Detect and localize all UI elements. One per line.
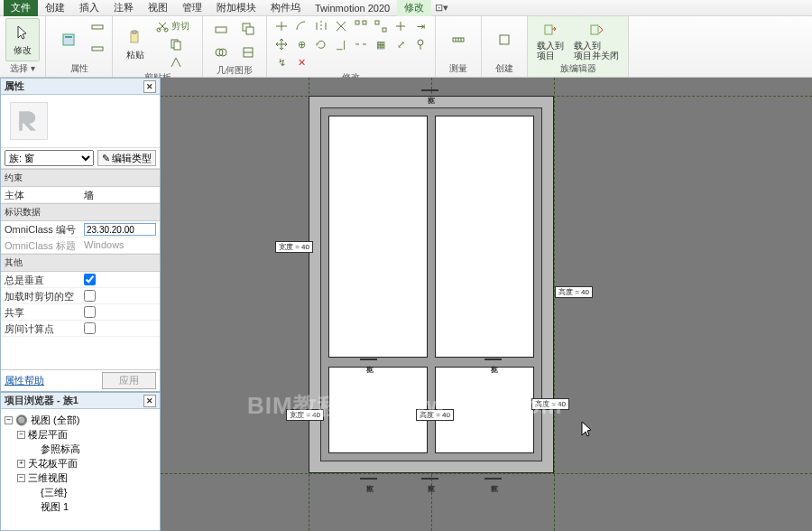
collapse-icon[interactable]: −	[5, 416, 13, 424]
window-pane-top-right[interactable]	[435, 116, 534, 358]
rotate-button[interactable]	[312, 36, 330, 52]
svg-rect-21	[363, 21, 366, 24]
ribbon-expand-icon[interactable]: ⊡▾	[435, 2, 448, 14]
load-into-project-button[interactable]: 载入到 项目	[533, 18, 567, 61]
modify-tool-button[interactable]: 修改	[5, 18, 40, 61]
grid-a-button[interactable]	[352, 18, 370, 34]
delete-button[interactable]: ✕	[292, 54, 310, 70]
properties-help-link[interactable]: 属性帮助	[5, 374, 44, 387]
svg-rect-22	[375, 21, 379, 24]
menu-manage[interactable]: 管理	[175, 0, 209, 16]
properties-header[interactable]: 属性✕	[1, 79, 160, 95]
menu-view[interactable]: 视图	[141, 0, 175, 16]
omni-num-input[interactable]	[84, 223, 156, 236]
omni-num-val[interactable]	[80, 221, 160, 237]
dimension-label[interactable]: 框宽	[421, 478, 438, 480]
array-button[interactable]: ▦	[372, 36, 390, 52]
edit-type-button[interactable]: ✎编辑类型	[97, 150, 156, 166]
svg-rect-5	[133, 31, 136, 33]
menu-file[interactable]: 文件	[4, 0, 38, 16]
section-other[interactable]: 其他	[1, 254, 160, 272]
trim-button[interactable]	[392, 18, 410, 34]
split-button[interactable]	[352, 36, 370, 52]
share-val[interactable]	[80, 304, 160, 320]
host-val[interactable]: 墙	[80, 187, 160, 202]
tree-3d-views[interactable]: −三维视图	[5, 470, 156, 485]
extend-button[interactable]: ⇥	[411, 18, 429, 34]
svg-rect-12	[246, 27, 254, 34]
type-selector[interactable]: 族: 窗	[5, 150, 94, 166]
mirror-pick-button[interactable]	[332, 18, 350, 34]
always-vert-checkbox[interactable]	[84, 274, 96, 285]
tree-3d-default[interactable]: {三维}	[5, 485, 156, 499]
browser-close-icon[interactable]: ✕	[143, 395, 156, 407]
tree-view1-label: 视图 1	[41, 500, 69, 514]
load-into-project-close-button[interactable]: 载入到 项目并关闭	[570, 18, 623, 61]
cut-label: 剪切	[171, 20, 189, 33]
properties-button[interactable]	[51, 18, 86, 61]
move-button[interactable]	[272, 36, 291, 52]
grid-b-button[interactable]	[372, 18, 390, 34]
dimension-label[interactable]: 框宽	[360, 478, 377, 480]
menu-twinmotion[interactable]: Twinmotion 2020	[308, 1, 397, 15]
dimension-label[interactable]: 宽度 = 40	[275, 241, 313, 253]
menu-create[interactable]: 创建	[38, 0, 72, 16]
trim-corner-button[interactable]: ⎯|	[332, 36, 350, 52]
svg-rect-9	[174, 42, 180, 50]
share-checkbox[interactable]	[84, 306, 96, 318]
dimension-label[interactable]: 框宽	[484, 359, 502, 360]
menu-modify[interactable]: 修改	[397, 0, 431, 16]
align-button[interactable]	[272, 18, 291, 34]
always-vert-val[interactable]	[80, 272, 160, 287]
mirror-axis-button[interactable]	[312, 18, 330, 34]
match-button[interactable]	[155, 54, 197, 70]
room-calc-val[interactable]	[80, 321, 160, 336]
expand-icon[interactable]: +	[17, 460, 25, 468]
browser-header[interactable]: 项目浏览器 - 族1✕	[1, 393, 160, 409]
tree-view1[interactable]: 视图 1	[5, 499, 156, 514]
menu-addins[interactable]: 附加模块	[209, 0, 263, 16]
properties-close-icon[interactable]: ✕	[143, 80, 156, 93]
drawing-canvas[interactable]: 宽度 = 40 高度 = 40 宽度 = 40 高度 = 40 高度 = 40 …	[161, 78, 812, 531]
room-calc-checkbox[interactable]	[84, 322, 96, 334]
browser-tree[interactable]: −🔘视图 (全部) −楼层平面 参照标高 +天花板平面 −三维视图 {三维} 视…	[1, 409, 160, 530]
dimension-label[interactable]: 框宽	[484, 478, 502, 480]
split-face-button[interactable]	[235, 42, 261, 63]
measure-button[interactable]	[441, 18, 475, 61]
menu-insert[interactable]: 插入	[72, 0, 106, 16]
tree-floor-plans[interactable]: −楼层平面	[5, 427, 156, 442]
section-constraints[interactable]: 约束	[1, 169, 160, 187]
cut-button[interactable]: 剪切	[155, 18, 197, 34]
prop-always-vertical: 总是垂直	[1, 272, 160, 288]
tree-ref-level[interactable]: 参照标高	[5, 442, 156, 456]
unpin-button[interactable]: ↯	[272, 54, 291, 70]
tree-ceiling-plans[interactable]: +天花板平面	[5, 456, 156, 470]
collapse-icon[interactable]: −	[17, 431, 25, 439]
scale-button[interactable]: ⤢	[392, 36, 410, 52]
copy-button[interactable]	[155, 36, 197, 52]
cut-void-val[interactable]	[80, 288, 160, 303]
prop-sub-button-1[interactable]	[88, 23, 106, 39]
paste-button[interactable]: 粘贴	[118, 23, 152, 66]
join-button[interactable]	[208, 42, 234, 63]
dimension-label[interactable]: 高度 = 40	[555, 286, 593, 298]
load-close-icon	[586, 19, 606, 39]
dimension-label[interactable]: 框宽	[421, 89, 438, 91]
create-button[interactable]	[487, 18, 521, 61]
copy-move-button[interactable]: ⊕	[292, 36, 310, 52]
pin-button[interactable]	[411, 36, 429, 52]
menu-component[interactable]: 构件坞	[263, 0, 308, 16]
offset-button[interactable]	[292, 18, 310, 34]
apply-button[interactable]: 应用	[102, 372, 156, 389]
section-idata[interactable]: 标识数据	[1, 203, 160, 221]
dimension-label[interactable]: 框宽	[360, 359, 377, 360]
svg-rect-33	[545, 25, 552, 34]
cut-void-checkbox[interactable]	[84, 290, 96, 302]
collapse-icon[interactable]: −	[17, 474, 25, 482]
menu-annotate[interactable]: 注释	[106, 0, 141, 16]
tree-views-all[interactable]: −🔘视图 (全部)	[5, 413, 156, 427]
window-pane-top-left[interactable]	[328, 116, 428, 358]
prop-sub-button-2[interactable]	[88, 41, 106, 57]
cope-button[interactable]	[208, 18, 234, 40]
cut-geom-button[interactable]	[235, 18, 261, 40]
